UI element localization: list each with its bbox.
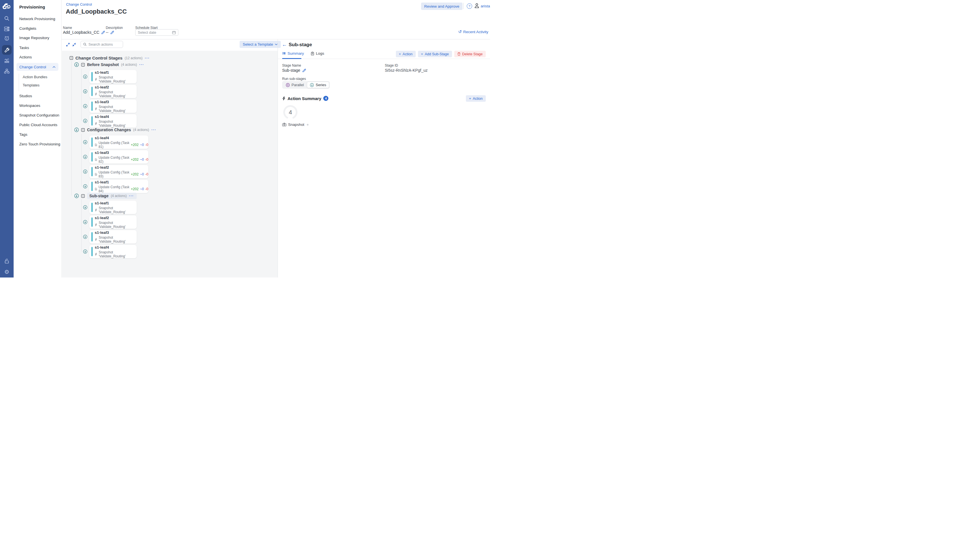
recent-activity-link[interactable]: ↺ Recent Activity xyxy=(458,29,488,34)
snapshot-camera-icon xyxy=(282,123,286,127)
series-arrow-icon[interactable] xyxy=(74,194,79,198)
sidebar-item-network-provisioning[interactable]: Network Provisioning xyxy=(19,17,55,21)
action-card[interactable]: s1-leaf1Snapshot 'Validate_Routing' xyxy=(89,70,137,83)
collapse-box-icon[interactable] xyxy=(81,128,85,132)
edit-pencil-icon[interactable] xyxy=(110,30,114,34)
sidebar-item-action-bundles[interactable]: Action Bundles xyxy=(22,75,47,79)
action-card[interactable]: s1-leaf2Snapshot 'Validate_Routing' xyxy=(89,85,137,98)
series-arrow-icon[interactable] xyxy=(83,140,87,144)
sidebar-item-image-repository[interactable]: Image Repository xyxy=(19,36,49,40)
series-arrow-icon[interactable] xyxy=(83,249,87,254)
topology-icon[interactable] xyxy=(0,67,14,75)
stage-row-configuration-changes[interactable]: Configuration Changes (4 actions) ··· xyxy=(74,128,156,132)
username[interactable]: arista xyxy=(480,4,490,8)
collapse-box-icon[interactable] xyxy=(69,56,73,60)
delete-stage-button[interactable]: Delete Stage xyxy=(454,51,486,57)
settings-gear-icon[interactable]: ⚙ xyxy=(0,268,14,276)
action-card[interactable]: s1-leaf1Snapshot 'Validate_Routing' xyxy=(89,201,137,214)
trash-icon xyxy=(457,52,461,56)
cloudvision-logo-icon[interactable] xyxy=(0,2,14,11)
stage-count: (4 actions) xyxy=(133,128,149,132)
stage-row-sub-stage-selected[interactable]: Sub-stage (4 actions) ··· xyxy=(74,193,137,199)
stage-row-before-snapshot[interactable]: Before Snapshot (4 actions) ··· xyxy=(74,63,144,67)
tab-summary[interactable]: Summary xyxy=(282,51,304,56)
action-bolt-icon xyxy=(95,78,97,81)
action-card[interactable]: s1-leaf4Snapshot 'Validate_Routing' xyxy=(89,245,137,258)
ellipsis-menu-icon[interactable]: ··· xyxy=(145,56,150,60)
expand-all-icon[interactable] xyxy=(66,42,70,47)
stage-root-row[interactable]: Change Control Stages (12 actions) ··· xyxy=(69,56,150,60)
dashboards-metrics-icon[interactable] xyxy=(0,56,14,65)
add-action-button[interactable]: +Action xyxy=(466,95,486,102)
series-arrow-icon[interactable] xyxy=(83,104,87,108)
schedule-date-input[interactable]: Select date xyxy=(135,29,178,36)
sidebar-item-tags[interactable]: Tags xyxy=(19,132,27,136)
provisioning-tab-active[interactable] xyxy=(2,45,11,55)
parallel-option[interactable]: Parallel xyxy=(283,82,307,88)
series-arrow-icon[interactable] xyxy=(83,235,87,239)
sidebar-item-zero-touch-provisioning[interactable]: Zero Touch Provisioning xyxy=(19,142,60,146)
sidebar-item-change-control[interactable]: Change Control xyxy=(16,63,58,71)
action-card[interactable]: s1-leaf3Snapshot 'Validate_Routing' xyxy=(89,99,137,113)
panel-title: Sub-stage xyxy=(289,42,312,48)
add-action-button[interactable]: +Action xyxy=(396,51,416,57)
collapse-box-icon[interactable] xyxy=(81,194,85,198)
user-avatar-icon[interactable] xyxy=(474,3,479,8)
help-icon[interactable]: ? xyxy=(467,3,472,9)
run-substages-label: Run sub-stages xyxy=(282,77,306,81)
review-and-approve-button[interactable]: Review and Approve xyxy=(421,3,463,10)
legend-dot xyxy=(307,124,308,125)
sidebar-item-public-cloud-accounts[interactable]: Public Cloud Accounts xyxy=(19,123,57,127)
search-actions-input[interactable]: Search actions xyxy=(80,41,123,48)
ellipsis-menu-icon[interactable]: ··· xyxy=(151,128,156,132)
sidebar-item-studios[interactable]: Studios xyxy=(19,94,32,98)
series-arrow-icon[interactable] xyxy=(83,119,87,123)
series-arrow-icon[interactable] xyxy=(83,89,87,93)
action-card[interactable]: s1-leaf3Snapshot 'Validate_Routing' xyxy=(89,230,137,244)
sidebar-item-snapshot-configuration[interactable]: Snapshot Configuration xyxy=(19,113,59,117)
devices-icon[interactable] xyxy=(0,25,14,33)
ellipsis-menu-icon[interactable]: ··· xyxy=(129,194,134,198)
series-arrow-icon[interactable] xyxy=(83,184,87,189)
back-arrow-icon[interactable]: ← xyxy=(282,42,287,48)
add-substage-button[interactable]: +Add Sub-Stage xyxy=(418,51,452,57)
sidebar-item-tasks[interactable]: Tasks xyxy=(19,46,29,50)
events-alarm-icon[interactable] xyxy=(0,34,14,43)
action-card[interactable]: s1-leaf1Update Config (Task 84)+202~0-0 xyxy=(89,180,148,193)
search-icon[interactable] xyxy=(0,14,14,22)
tab-logs[interactable]: Logs xyxy=(311,51,324,56)
breadcrumb[interactable]: Change Control xyxy=(66,2,92,6)
edit-pencil-icon[interactable] xyxy=(101,30,105,34)
series-arrow-icon[interactable] xyxy=(83,170,87,174)
action-card[interactable]: s1-leaf2Update Config (Task 83)+202~0-0 xyxy=(89,165,148,178)
series-arrow-icon[interactable] xyxy=(74,63,79,67)
ellipsis-menu-icon[interactable]: ··· xyxy=(139,63,144,67)
series-arrow-icon[interactable] xyxy=(74,128,79,132)
series-option-selected[interactable]: Series xyxy=(307,82,329,88)
series-arrow-icon[interactable] xyxy=(83,75,87,79)
panel-separator xyxy=(278,39,278,278)
sidebar-item-configlets[interactable]: Configlets xyxy=(19,26,36,30)
action-card[interactable]: s1-leaf2Snapshot 'Validate_Routing' xyxy=(89,215,137,229)
sidebar-item-workspaces[interactable]: Workspaces xyxy=(19,103,40,108)
collapse-all-icon[interactable] xyxy=(72,42,77,47)
sidebar-title: Provisioning xyxy=(19,5,45,10)
root-stage-count: (12 actions) xyxy=(125,56,143,60)
lock-open-icon[interactable] xyxy=(0,257,14,265)
document-icon xyxy=(95,158,97,161)
select-template-button[interactable]: Select a Template xyxy=(239,41,281,48)
series-arrow-icon[interactable] xyxy=(83,155,87,159)
collapse-box-icon[interactable] xyxy=(81,63,85,67)
action-rail xyxy=(83,135,87,193)
sidebar-item-actions[interactable]: Actions xyxy=(19,55,32,59)
active-tab-underline xyxy=(282,58,301,59)
action-card[interactable]: s1-leaf4Update Config (Task 81)+202~0-0 xyxy=(89,135,148,149)
sidebar-item-templates[interactable]: Templates xyxy=(22,83,39,87)
action-card[interactable]: s1-leaf3Update Config (Task 82)+202~0-0 xyxy=(89,150,148,164)
series-arrow-icon[interactable] xyxy=(83,220,87,224)
action-card[interactable]: s1-leaf4Snapshot 'Validate_Routing' xyxy=(89,114,137,128)
action-summary-header: Action Summary 4 xyxy=(282,96,328,101)
edit-pencil-icon[interactable] xyxy=(302,69,306,72)
series-arrow-icon[interactable] xyxy=(83,205,87,210)
sidebar: Provisioning Network Provisioning Config… xyxy=(14,0,61,278)
